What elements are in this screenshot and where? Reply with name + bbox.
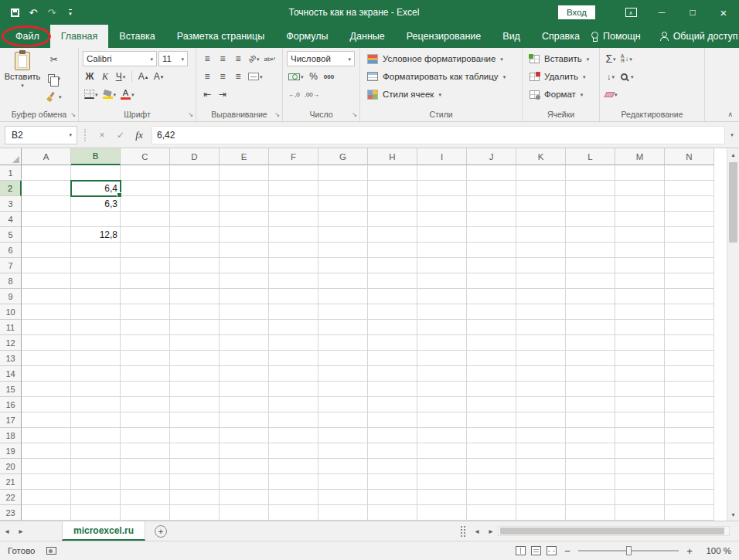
cell-F9[interactable] xyxy=(269,289,318,304)
cell-I10[interactable] xyxy=(417,304,467,320)
scroll-up-icon[interactable]: ▴ xyxy=(727,148,739,161)
cell-M12[interactable] xyxy=(615,335,665,351)
cell-G8[interactable] xyxy=(318,273,368,289)
tab-view[interactable]: Вид xyxy=(492,25,531,48)
format-painter-button[interactable]: ▾ xyxy=(45,89,63,104)
cut-button[interactable]: ✂ xyxy=(45,52,63,67)
cell-J1[interactable] xyxy=(467,165,516,181)
cell-E10[interactable] xyxy=(220,304,269,320)
cell-N17[interactable] xyxy=(665,412,714,428)
cell-B19[interactable] xyxy=(71,443,121,459)
cell-N7[interactable] xyxy=(665,258,714,273)
cell-N9[interactable] xyxy=(665,289,714,304)
cell-J16[interactable] xyxy=(467,397,516,412)
view-page-break-button[interactable] xyxy=(547,546,557,555)
align-middle-button[interactable]: ≡ xyxy=(216,51,230,66)
new-sheet-button[interactable]: + xyxy=(155,525,167,538)
cell-C8[interactable] xyxy=(121,273,170,289)
column-header-K[interactable]: K xyxy=(516,148,566,165)
row-header-13[interactable]: 13 xyxy=(0,351,22,366)
cell-I6[interactable] xyxy=(417,243,467,258)
cell-K2[interactable] xyxy=(516,181,566,196)
cell-G1[interactable] xyxy=(318,165,368,181)
row-header-16[interactable]: 16 xyxy=(0,397,22,412)
cell-H15[interactable] xyxy=(368,382,417,397)
cell-I14[interactable] xyxy=(417,366,467,382)
conditional-formatting-button[interactable]: Условное форматирование ▾ xyxy=(360,50,522,67)
cell-B20[interactable] xyxy=(71,459,121,474)
paste-button[interactable]: Вставить ▾ xyxy=(5,51,40,88)
cell-D19[interactable] xyxy=(170,443,220,459)
cell-L23[interactable] xyxy=(566,505,615,521)
column-header-C[interactable]: C xyxy=(121,148,170,165)
cell-A16[interactable] xyxy=(22,397,71,412)
fill-button[interactable]: ↓▾ xyxy=(604,69,618,84)
orientation-button[interactable]: ab▾ xyxy=(247,51,261,66)
cell-M1[interactable] xyxy=(615,165,665,181)
column-header-G[interactable]: G xyxy=(318,148,368,165)
cell-C2[interactable] xyxy=(121,181,170,196)
cell-D1[interactable] xyxy=(170,165,220,181)
cell-L21[interactable] xyxy=(566,474,615,490)
cell-G20[interactable] xyxy=(318,459,368,474)
cancel-entry-button[interactable]: × xyxy=(93,126,111,144)
cell-H16[interactable] xyxy=(368,397,417,412)
cell-C9[interactable] xyxy=(121,289,170,304)
cell-L12[interactable] xyxy=(566,335,615,351)
undo-button[interactable]: ↶ xyxy=(25,3,42,22)
cell-N14[interactable] xyxy=(665,366,714,382)
enter-entry-button[interactable]: ✓ xyxy=(111,126,130,144)
cell-H2[interactable] xyxy=(368,181,417,196)
cell-E14[interactable] xyxy=(220,366,269,382)
cell-M9[interactable] xyxy=(615,289,665,304)
cell-E3[interactable] xyxy=(220,196,269,212)
cell-M21[interactable] xyxy=(615,474,665,490)
row-header-14[interactable]: 14 xyxy=(0,366,22,382)
cell-C1[interactable] xyxy=(121,165,170,181)
underline-button[interactable]: Ч▾ xyxy=(114,69,128,84)
row-header-3[interactable]: 3 xyxy=(0,196,22,212)
cell-G13[interactable] xyxy=(318,351,368,366)
cell-G21[interactable] xyxy=(318,474,368,490)
cell-C4[interactable] xyxy=(121,212,170,227)
cell-L22[interactable] xyxy=(566,490,615,505)
cell-I11[interactable] xyxy=(417,320,467,335)
formula-bar-splitter[interactable] xyxy=(84,129,86,141)
column-header-F[interactable]: F xyxy=(269,148,318,165)
cell-G3[interactable] xyxy=(318,196,368,212)
cell-D14[interactable] xyxy=(170,366,220,382)
zoom-percentage[interactable]: 100 % xyxy=(700,546,731,555)
cell-E5[interactable] xyxy=(220,227,269,243)
vertical-scrollbar[interactable]: ▴ ▾ xyxy=(727,148,739,521)
cell-D11[interactable] xyxy=(170,320,220,335)
cell-E8[interactable] xyxy=(220,273,269,289)
cell-N1[interactable] xyxy=(665,165,714,181)
cell-L6[interactable] xyxy=(566,243,615,258)
tab-review[interactable]: Рецензирование xyxy=(396,25,492,48)
view-normal-button[interactable] xyxy=(516,546,526,555)
cell-K4[interactable] xyxy=(516,212,566,227)
row-header-6[interactable]: 6 xyxy=(0,243,22,258)
cell-A11[interactable] xyxy=(22,320,71,335)
sheet-nav-left-button[interactable]: ◂ xyxy=(0,521,14,541)
cell-G15[interactable] xyxy=(318,382,368,397)
cell-D2[interactable] xyxy=(170,181,220,196)
cell-F6[interactable] xyxy=(269,243,318,258)
cell-D21[interactable] xyxy=(170,474,220,490)
cell-C6[interactable] xyxy=(121,243,170,258)
cell-L10[interactable] xyxy=(566,304,615,320)
cell-E1[interactable] xyxy=(220,165,269,181)
cell-B2[interactable]: 6,4 xyxy=(71,181,121,196)
cell-A13[interactable] xyxy=(22,351,71,366)
cell-C12[interactable] xyxy=(121,335,170,351)
cell-M17[interactable] xyxy=(615,412,665,428)
cell-I23[interactable] xyxy=(417,505,467,521)
cell-E9[interactable] xyxy=(220,289,269,304)
cell-M15[interactable] xyxy=(615,382,665,397)
row-header-22[interactable]: 22 xyxy=(0,490,22,505)
cell-G14[interactable] xyxy=(318,366,368,382)
cell-H10[interactable] xyxy=(368,304,417,320)
ribbon-display-options-button[interactable]: ∧ xyxy=(615,0,646,25)
format-cells-button[interactable]: Формат ▾ xyxy=(523,86,599,103)
cell-K23[interactable] xyxy=(516,505,566,521)
